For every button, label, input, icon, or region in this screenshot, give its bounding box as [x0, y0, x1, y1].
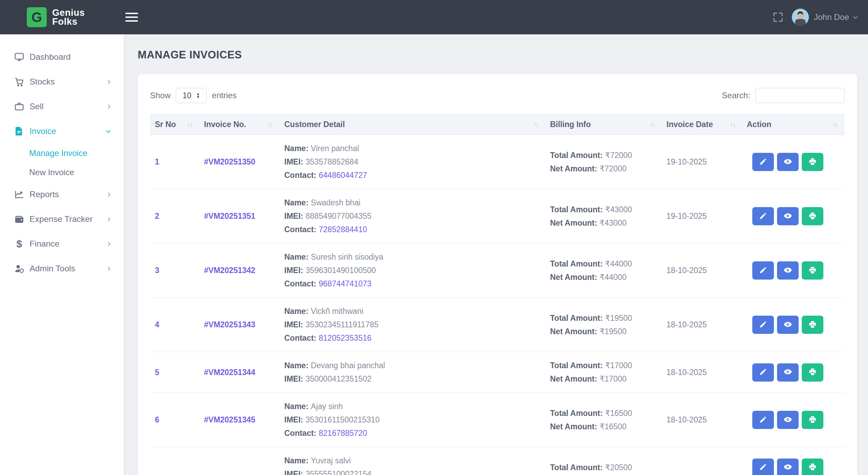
table-header-row: Sr No↑↓ Invoice No.↑↓ Customer Detail↑↓ …	[150, 114, 845, 135]
print-button[interactable]	[802, 207, 823, 225]
sidebar-item-finance[interactable]: $ Finance	[0, 231, 124, 256]
sidebar-item-sell[interactable]: Sell	[0, 94, 124, 119]
page-size-value: 10	[183, 91, 192, 100]
view-button[interactable]	[777, 363, 799, 382]
sr-no-link[interactable]: 5	[155, 368, 159, 377]
table-row: 1 #VM20251350 Name:Viren panchal IMEI:35…	[150, 135, 845, 189]
invoice-no-link[interactable]: #VM20251343	[204, 320, 255, 329]
total-amount-label: Total Amount:	[550, 361, 603, 370]
print-button[interactable]	[802, 316, 823, 334]
sort-icon: ↑↓	[833, 121, 838, 128]
sr-no-link[interactable]: 4	[155, 320, 159, 329]
invoices-table: Sr No↑↓ Invoice No.↑↓ Customer Detail↑↓ …	[150, 114, 845, 475]
sidebar-item-reports[interactable]: Reports	[0, 182, 124, 207]
total-amount-label: Total Amount:	[550, 205, 603, 214]
search-input[interactable]	[755, 88, 845, 103]
contact-label: Contact:	[284, 333, 316, 342]
imei-label: IMEI:	[284, 320, 303, 329]
contact-link[interactable]: 82167885720	[319, 429, 367, 438]
contact-link[interactable]: 64486044727	[319, 171, 367, 180]
printer-icon	[809, 463, 816, 472]
sr-no-link[interactable]: 6	[155, 415, 159, 424]
edit-button[interactable]	[752, 411, 774, 429]
column-header-billing-info[interactable]: Billing Info↑↓	[545, 114, 662, 135]
page-size-select[interactable]: 10 ▲▼	[176, 88, 207, 103]
view-button[interactable]	[777, 316, 799, 334]
menu-toggle-icon[interactable]	[125, 10, 138, 24]
sidebar-item-manage-invoice[interactable]: Manage Invoice	[0, 144, 124, 163]
search-control: Search:	[722, 88, 845, 103]
edit-button[interactable]	[752, 207, 774, 225]
wallet-icon	[14, 214, 25, 224]
table-row: 3 #VM20251342 Name:Suresh sinh sisodiya …	[150, 244, 845, 298]
sidebar-item-invoice[interactable]: Invoice	[0, 119, 124, 144]
sidebar-item-admin-tools[interactable]: Admin Tools	[0, 256, 124, 281]
net-amount-label: Net Amount:	[550, 327, 597, 336]
printer-icon	[809, 320, 816, 329]
print-button[interactable]	[802, 363, 823, 382]
invoice-no-link[interactable]: #VM20251351	[204, 212, 255, 220]
edit-button[interactable]	[752, 261, 774, 280]
contact-link[interactable]: 72852884410	[319, 225, 367, 234]
brand-logo-icon: G	[27, 7, 47, 27]
dashboard-icon	[14, 52, 25, 62]
contact-link[interactable]: 968744741073	[319, 279, 372, 288]
imei-label: IMEI:	[284, 470, 303, 475]
contact-link[interactable]: 812052353516	[319, 333, 372, 342]
sidebar-item-expense-tracker[interactable]: Expense Tracker	[0, 207, 124, 231]
column-header-customer-detail[interactable]: Customer Detail↑↓	[279, 114, 545, 135]
invoice-date: 18-10-2025	[662, 352, 742, 393]
imei-label: IMEI:	[284, 212, 303, 220]
print-button[interactable]	[802, 153, 823, 171]
chevron-down-icon	[106, 128, 111, 133]
invoice-no-link[interactable]: #VM20251344	[204, 368, 255, 377]
sort-icon: ↑↓	[650, 121, 655, 128]
column-header-action[interactable]: Action↑↓	[742, 114, 845, 135]
sidebar-item-stocks[interactable]: Stocks	[0, 69, 124, 94]
sr-no-link[interactable]: 2	[155, 212, 159, 220]
edit-button[interactable]	[752, 459, 774, 475]
sr-no-link[interactable]: 1	[155, 157, 159, 166]
imei-value: 35302345111911785	[306, 320, 378, 329]
sidebar-item-label: Invoice	[30, 126, 56, 136]
column-header-sr-no[interactable]: Sr No↑↓	[150, 114, 199, 135]
view-button[interactable]	[777, 153, 799, 171]
invoice-date: 19-10-2025	[662, 135, 742, 189]
view-button[interactable]	[777, 411, 799, 429]
edit-button[interactable]	[752, 316, 774, 334]
main-content: MANAGE INVOICES Show 10 ▲▼ entries Searc…	[124, 34, 868, 475]
user-menu[interactable]: John Doe	[792, 9, 857, 26]
invoice-no-link[interactable]: #VM20251345	[204, 415, 255, 424]
sidebar-item-label: Admin Tools	[30, 264, 75, 273]
print-button[interactable]	[802, 261, 823, 280]
invoice-date: 18-10-2025	[662, 393, 742, 447]
page-size-control: Show 10 ▲▼ entries	[150, 88, 237, 103]
customer-name: Vickñ mithwani	[311, 307, 363, 316]
sidebar-item-new-invoice[interactable]: New Invoice	[0, 163, 124, 182]
column-header-invoice-no[interactable]: Invoice No.↑↓	[199, 114, 279, 135]
customer-name: Viren panchal	[311, 144, 359, 153]
view-button[interactable]	[777, 207, 799, 225]
chevron-right-icon	[106, 80, 111, 84]
select-arrows-icon: ▲▼	[196, 92, 200, 99]
customer-name: Ajay sinh	[311, 402, 343, 411]
view-button[interactable]	[777, 261, 799, 280]
net-amount-value: ₹44000	[599, 273, 627, 282]
printer-icon	[809, 266, 816, 275]
fullscreen-icon[interactable]	[773, 12, 784, 23]
view-button[interactable]	[777, 459, 799, 475]
contact-label: Contact:	[284, 429, 316, 438]
sr-no-link[interactable]: 3	[155, 266, 159, 275]
table-controls: Show 10 ▲▼ entries Search:	[150, 88, 845, 103]
column-header-invoice-date[interactable]: Invoice Date↑↓	[662, 114, 742, 135]
invoice-no-link[interactable]: #VM20251350	[204, 157, 255, 166]
printer-icon	[809, 368, 816, 377]
print-button[interactable]	[802, 411, 823, 429]
brand-logo[interactable]: G Genius Folks	[0, 7, 85, 27]
edit-button[interactable]	[752, 153, 774, 171]
edit-button[interactable]	[752, 363, 774, 382]
print-button[interactable]	[802, 459, 823, 475]
invoice-no-link[interactable]: #VM20251342	[204, 266, 255, 275]
sidebar-item-dashboard[interactable]: Dashboard	[0, 45, 124, 69]
sidebar-item-label: Reports	[30, 190, 59, 199]
